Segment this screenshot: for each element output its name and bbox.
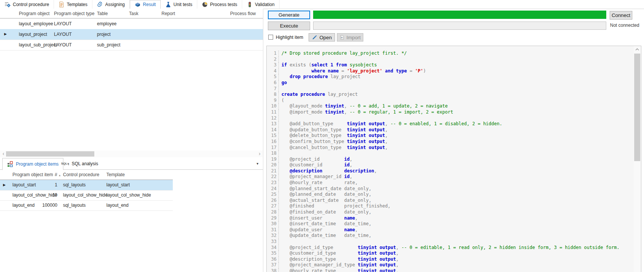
column-header[interactable]: Program object item [12, 172, 53, 177]
scroll-up-icon[interactable] [634, 46, 641, 53]
pencil-icon [312, 35, 317, 40]
table-cell: LAYOUT [54, 21, 72, 26]
line-number: 32 [267, 233, 279, 239]
code-line: 16 @confirm_button_type tinyint output, [267, 139, 633, 145]
tab-label: SQL analysis [72, 161, 98, 166]
tab-unit-tests[interactable]: Unit tests [161, 0, 197, 9]
horizontal-scrollbar[interactable]: ‹ › [0, 151, 263, 157]
tab-program-object-items[interactable]: Program object items [2, 158, 63, 170]
program-objects-panel: Program objectProgram object typeTableTa… [0, 9, 263, 272]
table-row[interactable]: ▶layout_projectLAYOUTproject [0, 29, 263, 40]
code-line: 18 [267, 151, 633, 157]
line-number: 23 [267, 180, 279, 186]
program-objects-table-header: Program objectProgram object typeTableTa… [0, 9, 263, 18]
tab-result[interactable]: Result [130, 0, 161, 9]
tab-label: Control procedure [13, 2, 49, 7]
line-number: 31 [267, 227, 279, 233]
column-header[interactable]: Task [129, 11, 138, 16]
code-text: @update_button_type tinyint output, [279, 127, 388, 133]
code-line: 12 [267, 115, 633, 121]
row-selector-marker: ▶ [4, 32, 7, 36]
tab-label: Program object items [16, 161, 58, 167]
code-line: 31 @update_user name, [267, 227, 633, 233]
column-header[interactable]: Table [97, 11, 108, 16]
code-text: @update_date_time date_time, [279, 233, 371, 239]
column-header[interactable]: Report [161, 11, 175, 16]
code-line: 25 @planned_end_date date_only, [267, 192, 633, 198]
line-number: 35 [267, 250, 279, 257]
table-cell: sub_project [97, 42, 120, 48]
scroll-right-icon[interactable]: › [257, 151, 263, 157]
table-row[interactable]: layout_col_show_hide10layout_col_show_hi… [0, 190, 173, 200]
table-row[interactable]: layout_end100000sql_layoutslayout_end [0, 200, 173, 211]
code-text: @confirm_button_type tinyint output, [279, 139, 388, 145]
table-cell: layout_employee [19, 21, 53, 26]
generate-button[interactable]: Generate [268, 11, 310, 19]
tab-process-tests[interactable]: Process tests [197, 0, 242, 9]
column-header[interactable]: #▲ [55, 172, 61, 177]
tab-validation[interactable]: Validation [242, 0, 280, 9]
code-line: 17 @cancel_button_type tinyint output, [267, 145, 633, 151]
tab-control-procedure[interactable]: Control procedure [0, 0, 54, 9]
scroll-left-icon[interactable]: ‹ [0, 151, 6, 157]
code-lines: 1/* Drop stored procedure lay_project fi… [267, 51, 633, 272]
table-cell: layout_start [12, 182, 36, 187]
row-separator [0, 211, 173, 211]
open-button[interactable]: Open [309, 33, 335, 41]
column-header[interactable]: Control procedure [63, 172, 99, 177]
line-number: 22 [267, 174, 279, 180]
program-object-items-icon [7, 161, 13, 167]
table-row[interactable]: ▶layout_start1sql_layoutslayout_start [0, 180, 173, 190]
pane-divider[interactable] [263, 9, 263, 272]
execute-button[interactable]: Execute [268, 22, 310, 30]
line-number: 3 [267, 62, 279, 68]
code-text: go [279, 80, 287, 86]
line-number: 20 [267, 162, 279, 168]
templates-icon [58, 2, 65, 8]
line-number: 13 [267, 121, 279, 127]
line-number: 14 [267, 127, 279, 133]
code-line: 11 @import_mode tinyint, -- 0 = regular,… [267, 109, 633, 115]
horizontal-scrollbar-thumb[interactable] [6, 151, 94, 157]
column-header[interactable]: Program object type [54, 11, 94, 16]
table-row[interactable]: layout_sub_projectLAYOUTsub_project [0, 40, 263, 50]
code-text: @project_manager_id_type tinyint output, [279, 262, 399, 268]
highlight-item-checkbox[interactable] [268, 35, 273, 40]
code-line: 15 @delete_button_type tinyint output, [267, 133, 633, 139]
code-text: @add_button_type tinyint output, -- 0 = … [279, 121, 502, 127]
app-window: Control procedure Templates Assigning [0, 0, 644, 272]
connect-button[interactable]: Connect [610, 11, 632, 20]
code-line: 7 [267, 86, 633, 92]
code-line: 29 @insert_user name, [267, 215, 633, 221]
table-cell: layout_project [19, 32, 47, 37]
table-row[interactable]: layout_employeeLAYOUTemployee [0, 18, 263, 29]
column-header[interactable]: Template [106, 172, 125, 177]
execute-progress-bar [313, 22, 606, 30]
code-line: 21 @description description, [267, 168, 633, 174]
code-text: create procedure lay_project [279, 92, 358, 98]
vertical-scrollbar[interactable] [634, 46, 641, 272]
code-line: 37 @project_manager_id_type tinyint outp… [267, 262, 633, 268]
tab-templates[interactable]: Templates [54, 0, 92, 9]
line-number: 25 [267, 192, 279, 198]
open-button-label: Open [320, 35, 332, 40]
code-text: @delete_button_type tinyint output, [279, 133, 388, 139]
line-number: 26 [267, 198, 279, 204]
code-text: /* Drop stored procedure lay_project fir… [279, 51, 407, 57]
code-text: ( [279, 98, 284, 104]
column-header[interactable]: Process flow [230, 11, 256, 16]
tab-list-dropdown-icon[interactable]: ▾ [257, 161, 258, 166]
sort-ascending-icon: ▲ [58, 174, 61, 177]
table-cell: 1 [38, 182, 57, 187]
table-cell: sql_layouts [63, 182, 86, 187]
line-number: 16 [267, 139, 279, 145]
code-line: 27 @finished project_finished, [267, 203, 633, 209]
vertical-scrollbar-thumb[interactable] [634, 54, 640, 161]
import-button[interactable]: Import [337, 33, 363, 41]
tab-sql-analysis[interactable]: SQLʞ SQL analysis [57, 158, 103, 169]
column-header[interactable]: Program object [19, 11, 49, 16]
tab-assigning[interactable]: Assigning [92, 0, 130, 9]
sql-code-editor[interactable]: 1/* Drop stored procedure lay_project fi… [266, 46, 641, 272]
line-number: 1 [267, 51, 279, 57]
table-cell: layout_end [106, 203, 129, 208]
